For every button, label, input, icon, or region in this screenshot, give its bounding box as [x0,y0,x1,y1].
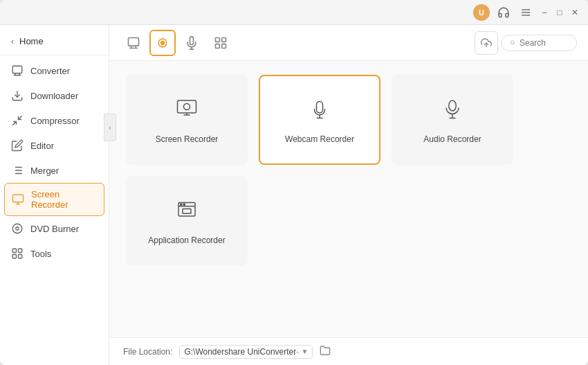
home-label: Home [19,36,44,46]
merger-icon [11,164,24,177]
card-audio-recorder[interactable]: Audio Recorder [392,75,513,165]
sidebar-item-tools[interactable]: Tools [0,241,109,266]
bottom-bar: File Location: G:\Wondershare UniConvert… [109,337,588,365]
svg-rect-3 [12,66,22,73]
hamburger-icon[interactable] [517,4,534,21]
search-box[interactable] [501,35,577,51]
content-area: Screen Recorder Webcam Recorde [109,25,588,365]
file-location-value: G:\Wondershare UniConverter· [184,347,298,357]
svg-rect-31 [216,44,220,48]
close-button[interactable]: ✕ [570,8,580,17]
sidebar-item-screen-recorder[interactable]: Screen Recorder [4,183,104,216]
svg-rect-30 [222,37,226,42]
top-toolbar [109,25,588,61]
cards-row-1: Screen Recorder Webcam Recorde [126,75,571,165]
svg-point-42 [449,100,457,111]
svg-rect-23 [129,37,139,46]
toolbar-tab-apps[interactable] [208,30,234,56]
svg-rect-22 [19,255,22,258]
sidebar-divider [0,55,109,55]
dvd-burner-icon [11,222,24,235]
sidebar: ‹ Home Converter [0,25,109,365]
dvd-burner-label: DVD Burner [30,224,79,234]
svg-line-35 [514,44,515,44]
back-arrow-icon: ‹ [11,37,14,46]
sidebar-item-compressor[interactable]: Compressor [0,108,109,133]
minimize-button[interactable]: – [540,8,549,17]
toolbar-tab-webcam[interactable] [178,30,205,56]
compressor-icon [11,114,24,127]
cards-container: Screen Recorder Webcam Recorde [109,61,588,337]
sidebar-item-editor[interactable]: Editor [0,133,109,158]
compressor-label: Compressor [30,116,80,126]
screen-recorder-icon [12,193,24,206]
svg-point-17 [12,224,22,233]
webcam-recorder-card-icon [307,96,332,126]
screen-recorder-card-icon [174,96,199,126]
svg-rect-29 [216,37,220,42]
search-input[interactable] [520,38,568,48]
sidebar-item-converter[interactable]: Converter [0,58,109,83]
screen-recorder-card-label: Screen Recorder [156,134,219,144]
tools-label: Tools [30,249,51,259]
editor-icon [11,139,24,152]
application-recorder-card-label: Application Recorder [148,235,225,245]
editor-label: Editor [30,141,54,151]
card-webcam-recorder[interactable]: Webcam Recorder [259,75,380,165]
maximize-button[interactable]: □ [555,8,564,17]
merger-label: Merger [30,166,59,176]
cards-row-2: Application Recorder [126,176,571,266]
sidebar-home[interactable]: ‹ Home [0,30,109,52]
svg-rect-49 [183,208,191,213]
audio-recorder-card-icon [440,96,465,126]
file-location-select[interactable]: G:\Wondershare UniConverter· ▼ [179,345,313,359]
svg-point-48 [183,204,185,205]
svg-point-47 [181,204,182,205]
webcam-recorder-card-label: Webcam Recorder [285,134,354,144]
upload-button[interactable] [475,31,498,55]
svg-rect-36 [178,100,196,113]
audio-recorder-card-label: Audio Recorder [423,134,481,144]
svg-rect-14 [13,195,24,202]
open-folder-icon[interactable] [320,345,331,358]
svg-rect-21 [12,255,16,258]
converter-label: Converter [30,66,70,76]
sidebar-collapse-button[interactable]: ‹ [104,114,116,141]
svg-point-26 [161,41,165,44]
downloader-icon [11,89,24,102]
title-bar: U – □ ✕ [0,0,588,25]
app-window: U – □ ✕ [0,0,588,365]
file-location-label: File Location: [123,347,172,357]
screen-recorder-label: Screen Recorder [31,189,97,210]
downloader-label: Downloader [30,91,78,101]
sidebar-item-merger[interactable]: Merger [0,158,109,183]
user-avatar[interactable]: U [473,4,490,21]
svg-rect-19 [12,249,16,252]
title-bar-controls: U – □ ✕ [473,4,580,21]
svg-rect-20 [19,249,22,252]
svg-line-6 [12,122,16,125]
chevron-down-icon: ▼ [302,348,309,355]
application-recorder-card-icon [174,197,199,227]
svg-point-34 [511,41,514,44]
svg-rect-32 [222,44,226,48]
headset-icon[interactable] [495,4,512,21]
sidebar-item-downloader[interactable]: Downloader [0,83,109,108]
sidebar-item-dvd-burner[interactable]: DVD Burner [0,216,109,241]
card-application-recorder[interactable]: Application Recorder [126,176,248,266]
svg-point-18 [16,227,19,231]
tools-icon [11,247,24,260]
card-screen-recorder[interactable]: Screen Recorder [126,75,248,165]
toolbar-tab-convert[interactable] [120,30,147,56]
main-layout: ‹ Home Converter [0,25,588,365]
svg-line-7 [19,116,22,119]
converter-icon [11,64,24,77]
svg-point-39 [184,103,190,109]
toolbar-tab-record[interactable] [149,30,176,56]
